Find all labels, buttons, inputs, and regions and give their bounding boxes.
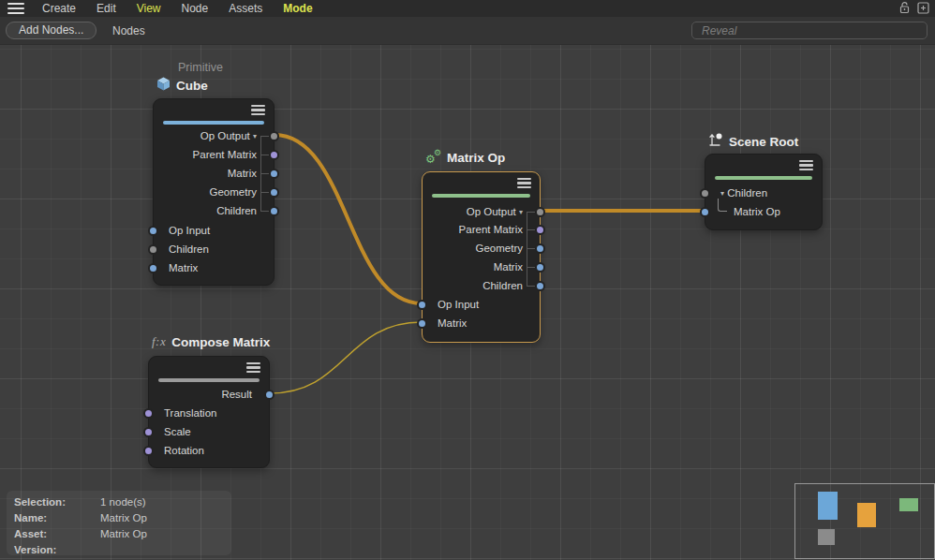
- port-tick: [527, 267, 535, 268]
- port-label-op-input: Op Input: [169, 223, 210, 238]
- port-label-matrix: Matrix: [228, 166, 257, 181]
- matrix-op-port-matrix-out[interactable]: [535, 262, 545, 273]
- minimap-node-matrix-op: [857, 503, 876, 527]
- menu-item-assets[interactable]: Assets: [218, 0, 273, 17]
- node-menu-icon[interactable]: [799, 160, 813, 170]
- node-color-bar: [715, 176, 812, 180]
- menu-item-node[interactable]: Node: [171, 0, 219, 17]
- wire[interactable]: [270, 322, 422, 393]
- info-label: Asset:: [7, 526, 100, 542]
- compose-matrix-port-translation-in[interactable]: [143, 408, 154, 419]
- wire[interactable]: [275, 135, 422, 303]
- tab-nodes[interactable]: Nodes: [112, 24, 145, 37]
- port-label-geometry: Geometry: [476, 241, 524, 256]
- info-value: Matrix Op: [100, 526, 147, 542]
- selection-info-panel: Selection:1 node(s)Name:Matrix OpAsset:M…: [7, 491, 231, 555]
- port-label-matrix: Matrix: [494, 259, 523, 274]
- node-color-bar: [163, 121, 264, 125]
- port-label-op-output: Op Output ▾: [467, 204, 523, 219]
- node-compose-matrix[interactable]: ResultTranslationScaleRotation: [148, 356, 270, 468]
- matrix-op-port-op-output-out[interactable]: [535, 207, 545, 217]
- cube-port-op-output-out[interactable]: [269, 131, 279, 141]
- info-row-name-: Name:Matrix Op: [7, 510, 231, 526]
- menu-item-create[interactable]: Create: [32, 0, 86, 17]
- info-row-asset-: Asset:Matrix Op: [7, 526, 231, 542]
- minimap[interactable]: [794, 483, 935, 559]
- gears-icon: ⚙⚙: [425, 150, 441, 165]
- port-tick: [260, 173, 269, 174]
- compose-matrix-port-rotation-in[interactable]: [143, 446, 154, 456]
- node-title-matrix-op: Matrix Op: [447, 151, 505, 165]
- cube-port-children-in[interactable]: [148, 244, 158, 255]
- port-label-geometry: Geometry: [210, 184, 258, 199]
- compose-matrix-port-result-out[interactable]: [264, 390, 275, 400]
- info-value: 1 node(s): [100, 494, 146, 510]
- minimap-node-cube: [818, 492, 838, 520]
- add-nodes-button[interactable]: Add Nodes...: [6, 22, 96, 39]
- port-label-op-output: Op Output ▾: [200, 128, 257, 143]
- cube-icon: [156, 77, 171, 95]
- port-tick: [527, 286, 535, 287]
- matrix-op-port-matrix-in[interactable]: [417, 318, 427, 329]
- add-panel-icon[interactable]: [916, 1, 930, 15]
- info-label: Version:: [7, 542, 100, 558]
- port-tick: [527, 212, 535, 213]
- port-tick: [527, 248, 535, 249]
- node-color-bar: [158, 378, 260, 382]
- port-label-children: Children: [482, 278, 523, 293]
- function-icon: f:x: [152, 334, 166, 349]
- scene-root-port-children-in[interactable]: [700, 188, 710, 199]
- menu-item-mode[interactable]: Mode: [273, 0, 322, 17]
- cube-port-geometry-out[interactable]: [269, 187, 279, 198]
- tree-connector: [718, 199, 727, 212]
- cube-port-children-out[interactable]: [269, 206, 279, 216]
- matrix-op-port-geometry-out[interactable]: [535, 243, 545, 254]
- matrix-op-port-op-input-in[interactable]: [417, 300, 427, 310]
- info-value: Matrix Op: [100, 510, 147, 526]
- reveal-search-input[interactable]: [691, 22, 928, 39]
- compose-matrix-port-scale-in[interactable]: [143, 427, 154, 437]
- info-label: Name:: [7, 510, 100, 526]
- matrix-op-port-parent-matrix-out[interactable]: [535, 225, 545, 235]
- node-scene-root[interactable]: ▾ ChildrenMatrix Op: [705, 154, 823, 230]
- port-label-result: Result: [221, 387, 252, 402]
- node-color-bar: [432, 194, 530, 198]
- hamburger-menu-icon[interactable]: [7, 3, 24, 14]
- scene-root-port-matrix-op-in[interactable]: [700, 207, 710, 217]
- cube-port-matrix-in[interactable]: [148, 263, 158, 273]
- cube-port-parent-matrix-out[interactable]: [269, 150, 279, 160]
- info-row-version-: Version:: [7, 542, 231, 558]
- menu-bar: CreateEditViewNodeAssetsMode: [0, 0, 935, 17]
- node-graph-canvas[interactable]: PrimitiveCubeOp Output ▾Parent MatrixMat…: [0, 0, 935, 560]
- port-label-matrix: Matrix: [169, 260, 198, 275]
- port-label-matrix-op: Matrix Op: [734, 204, 780, 219]
- node-title-compose-matrix: Compose Matrix: [171, 335, 270, 349]
- cube-port-op-input-in[interactable]: [148, 226, 158, 236]
- node-title-row-cube: Cube: [156, 77, 208, 95]
- port-label-children: Children: [216, 203, 257, 218]
- node-title-row-compose-matrix: f:xCompose Matrix: [152, 334, 270, 349]
- menu-item-edit[interactable]: Edit: [86, 0, 126, 17]
- node-menu-icon[interactable]: [517, 178, 531, 188]
- port-label-parent-matrix: Parent Matrix: [193, 147, 257, 162]
- port-tick: [260, 192, 269, 193]
- port-tick: [260, 136, 269, 137]
- node-title-row-matrix-op: ⚙⚙Matrix Op: [425, 150, 505, 165]
- port-tick: [527, 229, 535, 230]
- lock-icon[interactable]: [898, 1, 912, 15]
- node-matrix-op[interactable]: Op Output ▾Parent MatrixGeometryMatrixCh…: [422, 171, 541, 343]
- matrix-op-port-children-out[interactable]: [535, 281, 545, 291]
- port-label-rotation: Rotation: [164, 443, 204, 458]
- node-toolbar: Add Nodes... Nodes: [0, 17, 935, 45]
- cube-port-matrix-out[interactable]: [269, 169, 279, 179]
- menu-item-view[interactable]: View: [126, 0, 171, 17]
- info-row-selection-: Selection:1 node(s): [7, 494, 231, 510]
- port-label-scale: Scale: [164, 424, 191, 439]
- node-menu-icon[interactable]: [251, 105, 265, 115]
- node-menu-icon[interactable]: [246, 362, 260, 373]
- node-cube[interactable]: Op Output ▾Parent MatrixMatrixGeometryCh…: [153, 98, 275, 286]
- minimap-node-scene-root: [899, 498, 918, 511]
- port-label-translation: Translation: [164, 405, 216, 420]
- port-tick: [260, 211, 269, 212]
- port-label-parent-matrix: Parent Matrix: [459, 222, 523, 237]
